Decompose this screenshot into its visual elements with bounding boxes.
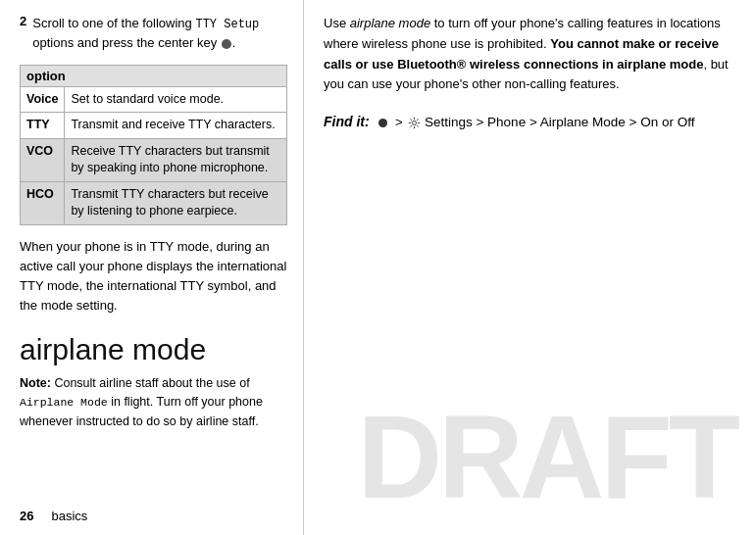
page-container: 2 Scroll to one of the following TTY Set… [0,0,756,535]
note-text-1: Consult airline staff about the use of [54,376,249,390]
center-key-icon [222,39,231,49]
find-it-label: Find it: [324,114,370,129]
option-vco-desc: Receive TTY characters but transmit by s… [65,138,287,181]
find-it-bullet [373,115,389,129]
option-voice: Voice [21,86,65,113]
settings-gear-icon [408,117,421,129]
right-column: Use airplane mode to turn off your phone… [304,0,756,535]
option-tty: TTY [21,113,65,139]
option-voice-desc: Set to standard voice mode. [65,86,287,113]
page-label: basics [51,509,87,523]
option-hco: HCO [21,181,65,224]
step-text: Scroll to one of the following TTY Setup… [32,14,287,53]
table-row: TTY Transmit and receive TTY characters. [21,113,287,139]
table-header: option [21,65,287,86]
note-label: Note: [20,376,51,390]
on-or-off: On or Off [640,115,694,129]
bold-warning: You cannot make or receive calls or use … [324,36,719,72]
page-number: 26 [20,509,33,523]
table-row: Voice Set to standard voice mode. [21,86,287,113]
note-paragraph: Note: Consult airline staff about the us… [20,374,287,431]
step-2-row: 2 Scroll to one of the following TTY Set… [20,14,287,53]
bullet-dot-icon [378,119,387,127]
svg-point-0 [413,122,417,125]
step-number: 2 [20,14,26,28]
option-vco: VCO [21,138,65,181]
when-tty-text: When your phone is in TTY mode, during a… [20,237,287,316]
airplane-mode-tt: Airplane Mode [20,396,108,409]
table-row: HCO Transmit TTY characters but receive … [21,181,287,224]
tty-setup-label: TTY Setup [195,18,259,31]
page-footer: 26 basics [20,509,87,523]
option-table: option Voice Set to standard voice mode.… [20,65,287,225]
right-intro-text: Use airplane mode to turn off your phone… [324,14,738,95]
option-hco-desc: Transmit TTY characters but receive by l… [65,181,287,224]
find-it-path: Settings > Phone > Airplane Mode > [425,115,640,129]
arrow-icon: > [395,115,406,129]
option-tty-desc: Transmit and receive TTY characters. [65,113,287,139]
airplane-mode-italic: airplane mode [350,16,430,30]
left-column: 2 Scroll to one of the following TTY Set… [0,0,304,535]
find-it-paragraph: Find it: > Settings > Phone > Airplane M… [324,111,738,133]
airplane-mode-heading: airplane mode [20,333,287,366]
table-row: VCO Receive TTY characters but transmit … [21,138,287,181]
